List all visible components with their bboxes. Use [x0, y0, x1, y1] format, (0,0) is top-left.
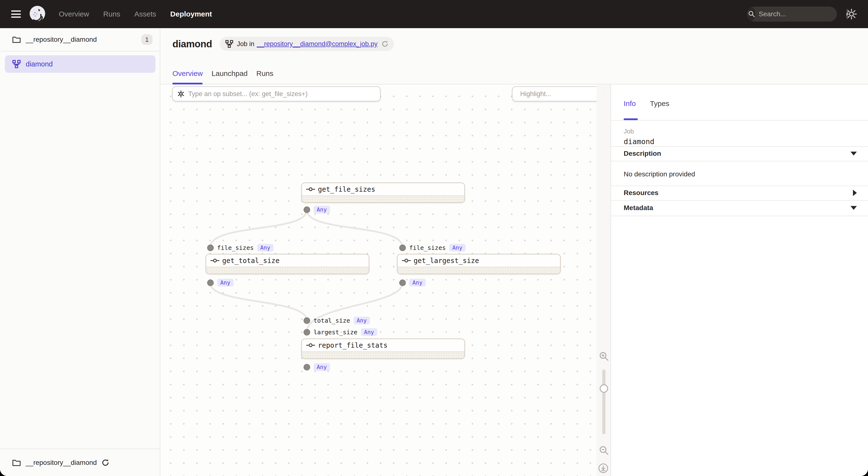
port-dot[interactable] [399, 244, 406, 251]
section-metadata[interactable]: Metadata [611, 201, 868, 215]
section-label: Resources [624, 189, 658, 197]
op-icon [211, 258, 219, 263]
op-node-get-file-sizes[interactable]: get_file_sizes [301, 182, 465, 203]
reload-icon[interactable] [101, 458, 110, 467]
global-search[interactable]: / [747, 6, 837, 22]
search-input[interactable] [759, 10, 846, 18]
tab-overview[interactable]: Overview [173, 69, 203, 80]
port-dot[interactable] [207, 244, 214, 251]
type-badge-any[interactable]: Any [353, 317, 370, 325]
folder-icon [12, 459, 21, 467]
op-node-body [206, 267, 369, 274]
nav-right: / [747, 6, 868, 22]
sidebar-repo-row[interactable]: __repository__diamond 1 [0, 28, 160, 52]
sidebar-item-diamond[interactable]: diamond [5, 55, 155, 73]
panel-tab-types[interactable]: Types [650, 99, 669, 108]
op-subset-filter[interactable] [172, 87, 380, 101]
type-badge-any[interactable]: Any [314, 363, 330, 371]
nav-link-assets[interactable]: Assets [134, 10, 156, 18]
footer-repo-name: __repository__diamond [26, 459, 97, 467]
output-port-get-total-size[interactable]: Any [207, 279, 234, 286]
menu-icon[interactable] [11, 10, 21, 18]
port-dot[interactable] [304, 329, 310, 336]
section-label: Metadata [624, 204, 653, 212]
type-badge-any[interactable]: Any [361, 328, 377, 336]
reload-icon[interactable] [381, 40, 389, 47]
port-dot[interactable] [304, 206, 310, 213]
port-label: total_size [314, 317, 350, 324]
op-node-label: get_total_size [222, 257, 280, 265]
caret-down-icon [850, 151, 857, 156]
type-badge-any[interactable]: Any [257, 244, 274, 251]
output-port-report-file-stats[interactable]: Any [304, 364, 330, 371]
search-icon [748, 7, 755, 21]
input-port-file-sizes-left[interactable]: file_sizes Any [207, 244, 274, 251]
folder-icon [12, 36, 21, 43]
nav-link-overview[interactable]: Overview [59, 10, 89, 18]
port-dot[interactable] [399, 279, 406, 286]
op-selector-icon [177, 90, 185, 98]
section-resources[interactable]: Resources [611, 186, 868, 200]
op-node-label: report_file_stats [318, 341, 388, 349]
op-icon [306, 343, 315, 348]
highlight-filter[interactable] [512, 87, 604, 101]
settings-gear-icon[interactable] [846, 8, 857, 20]
port-label: file_sizes [409, 244, 446, 251]
op-node-body [302, 195, 464, 202]
type-badge-any[interactable]: Any [314, 206, 330, 213]
app-window: Overview Runs Assets Deployment / [0, 0, 868, 476]
input-port-total-size[interactable]: total_size Any [304, 317, 370, 324]
input-port-largest-size[interactable]: largest_size Any [304, 329, 377, 336]
zoom-out-icon[interactable] [599, 445, 609, 455]
op-icon [402, 258, 411, 263]
caret-right-icon [853, 190, 857, 196]
output-port-get-file-sizes[interactable]: Any [304, 206, 330, 213]
port-dot[interactable] [304, 364, 310, 370]
op-node-get-total-size[interactable]: get_total_size [206, 254, 369, 274]
panel-tab-info[interactable]: Info [624, 99, 636, 108]
tab-runs[interactable]: Runs [256, 69, 274, 80]
job-field-value: diamond [624, 137, 654, 146]
op-subset-input[interactable] [188, 90, 376, 98]
zoom-slider-handle[interactable] [600, 384, 608, 393]
job-badge-prefix: Job in [237, 40, 254, 48]
port-label: file_sizes [217, 244, 254, 251]
job-origin-link[interactable]: __repository__diamond@complex_job.py [257, 40, 377, 48]
active-tab-indicator [173, 83, 203, 84]
section-label: Description [624, 150, 661, 158]
nav-link-deployment[interactable]: Deployment [170, 10, 212, 18]
type-badge-any[interactable]: Any [449, 244, 466, 251]
dagster-logo-icon[interactable] [28, 4, 47, 24]
op-node-get-largest-size[interactable]: get_largest_size [397, 254, 561, 274]
page-title: diamond [173, 39, 212, 49]
port-label: largest_size [314, 329, 358, 336]
job-icon [225, 40, 234, 48]
highlight-input[interactable] [520, 90, 606, 98]
top-nav: Overview Runs Assets Deployment / [0, 0, 868, 28]
type-badge-any[interactable]: Any [409, 279, 426, 286]
description-content: No description provided [624, 170, 695, 178]
download-view-icon[interactable] [598, 463, 609, 474]
job-tabs: Overview Launchpad Runs [173, 69, 274, 80]
input-port-file-sizes-right[interactable]: file_sizes Any [399, 244, 466, 251]
port-dot[interactable] [207, 279, 214, 286]
op-icon [306, 186, 315, 192]
section-description[interactable]: Description [611, 147, 868, 160]
nav-link-runs[interactable]: Runs [103, 10, 120, 18]
repo-name: __repository__diamond [26, 36, 97, 43]
zoom-slider-track[interactable] [602, 370, 606, 434]
op-node-label: get_largest_size [413, 257, 479, 265]
repo-count-badge: 1 [141, 34, 153, 45]
job-field-label: Job [624, 128, 634, 135]
output-port-get-largest-size[interactable]: Any [399, 279, 426, 286]
nav-links: Overview Runs Assets Deployment [59, 10, 212, 18]
op-graph-canvas[interactable]: get_file_sizes get_total_size [160, 84, 611, 476]
op-node-label: get_file_sizes [318, 185, 375, 193]
port-dot[interactable] [304, 317, 310, 324]
active-panel-tab-indicator [624, 118, 638, 120]
tab-launchpad[interactable]: Launchpad [212, 69, 247, 80]
op-node-report-file-stats[interactable]: report_file_stats [301, 338, 465, 359]
zoom-in-icon[interactable] [599, 351, 609, 362]
type-badge-any[interactable]: Any [217, 279, 234, 286]
sidebar-footer: __repository__diamond [0, 449, 160, 476]
